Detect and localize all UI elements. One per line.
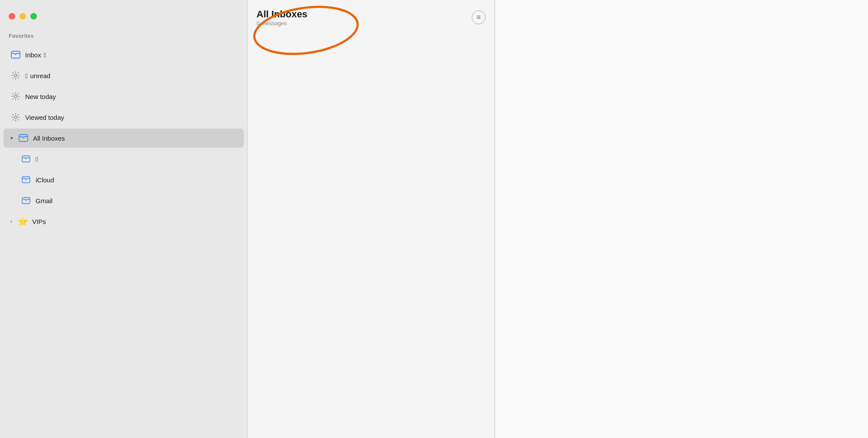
sidebar-item-inbox-gmail[interactable]: Gmail — [3, 191, 244, 210]
sidebar-item-label: Gmail — [36, 197, 53, 204]
sidebar-item-label: New today — [25, 93, 56, 100]
sidebar-item-label: Inbox  — [25, 51, 46, 59]
gear-icon — [10, 70, 21, 81]
sidebar-item-inbox-apple[interactable]: Inbox  — [3, 45, 244, 64]
inbox-icon — [21, 175, 31, 185]
chevron-right-icon: › — [10, 218, 12, 224]
sidebar-item-apple-unread[interactable]:  unread — [3, 66, 244, 85]
inbox-subtitle: 0 messages — [256, 20, 307, 26]
sidebar-item-inbox-icloud[interactable]: iCloud — [3, 170, 244, 189]
sort-button[interactable]: ≡ — [472, 10, 486, 24]
main-area: All Inboxes 0 messages ≡ — [247, 0, 868, 438]
gear-icon — [10, 91, 21, 102]
sidebar-item-vips[interactable]: › ⭐ VIPs — [3, 212, 244, 231]
inbox-icon — [18, 133, 29, 143]
maximize-button[interactable] — [30, 13, 37, 20]
inbox-title: All Inboxes — [256, 9, 307, 20]
svg-point-1 — [14, 74, 17, 77]
sidebar-item-label: All Inboxes — [33, 135, 65, 142]
message-list-panel: All Inboxes 0 messages ≡ — [247, 0, 495, 438]
sidebar-item-label: Viewed today — [25, 114, 64, 121]
inbox-icon — [21, 154, 31, 164]
star-icon: ⭐ — [17, 216, 28, 227]
sidebar-item-new-today[interactable]: New today — [3, 87, 244, 106]
sidebar-item-label: iCloud — [36, 176, 54, 184]
favorites-section-label: Favorites — [0, 33, 247, 44]
sidebar-item-label:  — [36, 155, 38, 163]
chevron-down-icon: ▾ — [10, 135, 13, 141]
detail-panel — [495, 0, 868, 438]
svg-point-3 — [14, 116, 17, 119]
minimize-button[interactable] — [20, 13, 26, 20]
traffic-lights — [0, 9, 247, 33]
message-list-body — [248, 31, 494, 438]
inbox-icon — [10, 49, 21, 60]
sidebar-item-label: VIPs — [32, 218, 46, 225]
message-list-header: All Inboxes 0 messages ≡ — [248, 0, 494, 31]
sidebar-item-label:  unread — [25, 72, 50, 79]
header-title-group: All Inboxes 0 messages — [256, 9, 307, 26]
sidebar-item-all-inboxes[interactable]: ▾ All Inboxes — [3, 128, 244, 148]
sidebar-item-inbox-apple-sub[interactable]:  — [3, 149, 244, 168]
inbox-icon — [21, 195, 31, 206]
svg-point-2 — [14, 95, 17, 98]
close-button[interactable] — [9, 13, 15, 20]
sidebar: Favorites Inbox   unread — [0, 0, 247, 438]
gear-icon — [10, 112, 21, 122]
sidebar-item-viewed-today[interactable]: Viewed today — [3, 108, 244, 127]
